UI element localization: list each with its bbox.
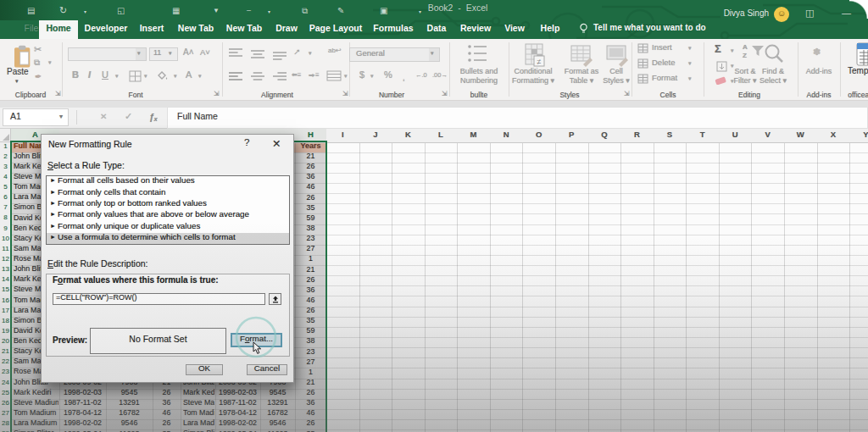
svg-text:≠: ≠ <box>537 58 542 66</box>
